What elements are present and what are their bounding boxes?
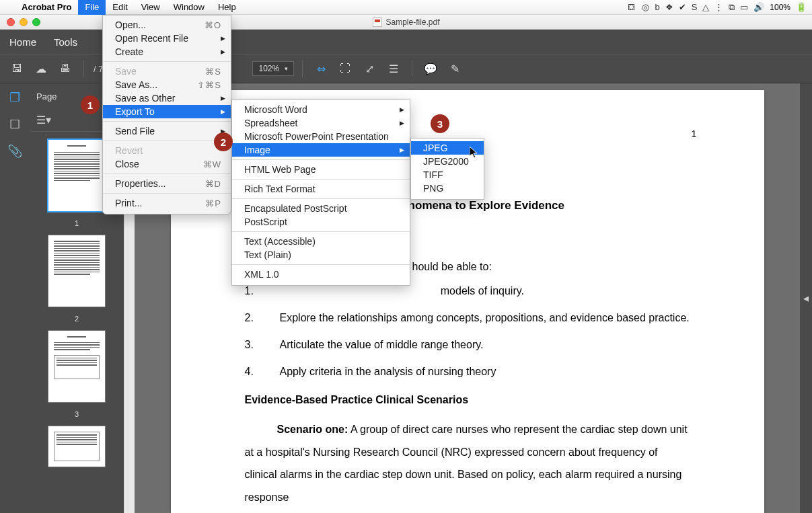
zoom-window-button[interactable]	[32, 18, 40, 26]
annotation-badge-3: 3	[431, 114, 449, 133]
zoom-select[interactable]: 102%▾	[252, 61, 294, 76]
file-export-to[interactable]: Export To	[103, 105, 231, 118]
display-icon[interactable]: ▭	[740, 2, 748, 12]
wifi-icon[interactable]: ⧉	[729, 2, 735, 13]
export-rtf[interactable]: Rich Text Format	[232, 182, 410, 196]
attachment-icon[interactable]: 📎	[7, 144, 22, 159]
image-tiff[interactable]: TIFF	[411, 168, 484, 182]
file-open-recent[interactable]: Open Recent File	[103, 32, 231, 45]
letter-b-icon[interactable]: b	[655, 2, 659, 12]
thumbnails-icon[interactable]: ❐	[9, 90, 20, 105]
thumbnail-page-4[interactable]	[48, 426, 105, 467]
macos-menubar: Acrobat Pro File Edit View Window Help ⛋…	[0, 0, 812, 15]
app-menu[interactable]: Acrobat Pro	[15, 2, 78, 12]
minimize-window-button[interactable]	[20, 18, 28, 26]
file-print[interactable]: Print...⌘P	[103, 196, 231, 210]
sync-icon[interactable]: ◎	[642, 2, 649, 12]
image-png[interactable]: PNG	[411, 182, 484, 195]
fullscreen-icon[interactable]: ⤢	[359, 58, 379, 79]
export-text-accessible[interactable]: Text (Accessible)	[232, 235, 410, 248]
export-image[interactable]: Image	[232, 143, 410, 157]
menu-file[interactable]: File	[78, 0, 106, 15]
battery-icon[interactable]: 🔋	[796, 2, 807, 12]
thumbnail-page-3[interactable]	[48, 331, 105, 402]
save-icon[interactable]: 🖫	[7, 58, 27, 79]
objective-item: 3.Articulate the value of middle range t…	[245, 339, 690, 351]
file-close[interactable]: Close⌘W	[103, 157, 231, 171]
thumb-label-2: 2	[75, 315, 79, 323]
window-title: Sample-file.pdf	[385, 17, 439, 27]
home-tab[interactable]: Home	[9, 36, 36, 48]
menuextra-icon[interactable]: ⋮	[714, 2, 723, 12]
objective-item: 2.Explore the relationships among concep…	[245, 312, 690, 324]
export-word[interactable]: Microsoft Word	[232, 103, 410, 116]
file-create[interactable]: Create	[103, 45, 231, 58]
battery-percent: 100%	[770, 3, 790, 12]
letter-s-icon[interactable]: S	[692, 2, 698, 12]
objective-item: 4.Apply criteria in the analysis of nurs…	[245, 366, 690, 378]
export-eps[interactable]: Encapsulated PostScript	[232, 202, 410, 215]
menu-help[interactable]: Help	[211, 0, 243, 15]
comment-icon[interactable]: 💬	[420, 58, 441, 79]
objective-item: 1.Describe inductive and deductive model…	[245, 285, 690, 297]
thumb-label-3: 3	[75, 410, 79, 418]
highlight-icon[interactable]: ✎	[445, 58, 465, 79]
thumb-label-1: 1	[75, 219, 79, 227]
mouse-cursor	[470, 147, 479, 159]
tools-tab[interactable]: Tools	[54, 36, 77, 48]
annotation-badge-2: 2	[214, 132, 233, 151]
export-submenu: Microsoft Word Spreadsheet Microsoft Pow…	[231, 100, 410, 286]
file-menu-dropdown: Open...⌘O Open Recent File Create Save⌘S…	[102, 15, 231, 214]
export-spreadsheet[interactable]: Spreadsheet	[232, 116, 410, 130]
file-save: Save⌘S	[103, 65, 231, 78]
thumbnail-page-1[interactable]	[48, 140, 105, 211]
read-mode-icon[interactable]: ☰	[383, 58, 404, 79]
thumbnail-page-2[interactable]	[48, 235, 105, 307]
pdf-file-icon	[372, 17, 381, 27]
file-save-as[interactable]: Save As...⇧⌘S	[103, 78, 231, 91]
export-xml[interactable]: XML 1.0	[232, 268, 410, 281]
annotation-badge-1: 1	[81, 95, 100, 114]
thumb-options-icon[interactable]: ☰▾	[36, 114, 51, 126]
fit-width-icon[interactable]: ⇔	[311, 58, 331, 79]
export-text-plain[interactable]: Text (Plain)	[232, 248, 410, 262]
close-window-button[interactable]	[7, 18, 15, 26]
left-rail: ❐ ☐ 📎	[0, 83, 30, 513]
file-open[interactable]: Open...⌘O	[103, 18, 231, 32]
menu-window[interactable]: Window	[167, 0, 211, 15]
export-ps[interactable]: PostScript	[232, 215, 410, 229]
evernote-icon[interactable]: ❖	[665, 2, 673, 12]
dropbox-icon[interactable]: ⛋	[628, 2, 636, 12]
print-icon[interactable]: 🖶	[55, 58, 75, 79]
scenario-paragraph: Scenario one: A group of direct care nur…	[245, 418, 690, 508]
check-icon[interactable]: ✔	[679, 2, 686, 12]
menu-view[interactable]: View	[135, 0, 167, 15]
file-save-other[interactable]: Save as Other	[103, 91, 231, 105]
fit-page-icon[interactable]: ⛶	[335, 58, 355, 79]
export-powerpoint[interactable]: Microsoft PowerPoint Presentation	[232, 130, 410, 143]
export-html[interactable]: HTML Web Page	[232, 163, 410, 176]
file-properties[interactable]: Properties...⌘D	[103, 177, 231, 190]
ebp-heading: Evidence-Based Practice Clinical Scenari…	[245, 394, 690, 406]
volume-icon[interactable]: 🔊	[753, 2, 764, 12]
bookmark-icon[interactable]: ☐	[9, 117, 20, 132]
cloud-icon[interactable]: △	[702, 2, 709, 12]
right-panel-toggle[interactable]: ◂	[800, 83, 812, 513]
file-send[interactable]: Send File	[103, 124, 231, 138]
cloud-upload-icon[interactable]: ☁	[31, 58, 51, 79]
page-number: 1	[691, 128, 696, 139]
menubar-status: ⛋ ◎ b ❖ ✔ S △ ⋮ ⧉ ▭ 🔊 100% 🔋	[628, 2, 807, 13]
file-revert: Revert	[103, 144, 231, 157]
menu-edit[interactable]: Edit	[106, 0, 134, 15]
